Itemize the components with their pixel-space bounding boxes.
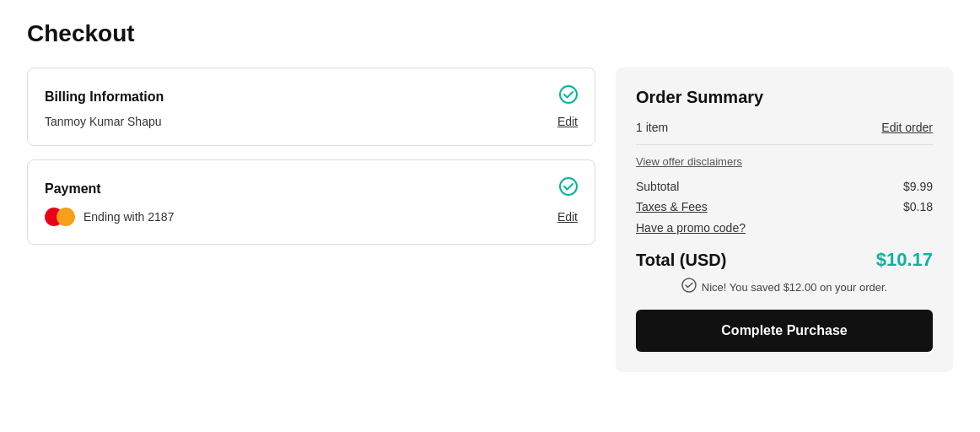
mc-right-circle <box>57 208 75 226</box>
billing-title: Billing Information <box>45 89 164 105</box>
svg-point-0 <box>560 86 577 103</box>
savings-icon <box>681 278 697 296</box>
subtotal-row: Subtotal $9.99 <box>636 180 933 193</box>
subtotal-label: Subtotal <box>636 180 679 193</box>
promo-code-link[interactable]: Have a promo code? <box>636 221 746 235</box>
item-count-row: 1 item Edit order <box>636 121 933 134</box>
order-summary-panel: Order Summary 1 item Edit order View off… <box>616 68 953 372</box>
payment-card-body: Ending with 2187 Edit <box>45 207 578 227</box>
item-count-label: 1 item <box>636 121 668 134</box>
page-title: Checkout <box>27 20 953 47</box>
billing-customer-name: Tanmoy Kumar Shapu <box>45 115 162 128</box>
savings-row: Nice! You saved $12.00 on your order. <box>636 278 933 296</box>
payment-card: Payment Ending with 2187 Edit <box>27 159 595 245</box>
billing-check-icon <box>559 85 578 108</box>
taxes-fees-row: Taxes & Fees $0.18 <box>636 200 933 213</box>
billing-card: Billing Information Tanmoy Kumar Shapu E… <box>27 68 595 146</box>
savings-message: Nice! You saved $12.00 on your order. <box>702 281 887 294</box>
billing-card-header: Billing Information <box>45 85 578 108</box>
promo-row: Have a promo code? <box>636 220 933 235</box>
total-row: Total (USD) $10.17 <box>636 249 933 271</box>
edit-order-link[interactable]: Edit order <box>881 121 933 134</box>
payment-row: Ending with 2187 <box>45 207 174 227</box>
svg-point-2 <box>682 278 696 292</box>
offer-disclaimers-link[interactable]: View offer disclaimers <box>636 155 933 168</box>
total-label: Total (USD) <box>636 251 726 270</box>
complete-purchase-button[interactable]: Complete Purchase <box>636 310 933 352</box>
billing-edit-link[interactable]: Edit <box>557 115 578 128</box>
svg-point-1 <box>560 178 577 195</box>
payment-card-info: Ending with 2187 <box>83 210 174 224</box>
checkout-layout: Billing Information Tanmoy Kumar Shapu E… <box>27 68 953 372</box>
payment-check-icon <box>559 177 578 200</box>
divider-1 <box>636 144 933 145</box>
payment-card-header: Payment <box>45 177 578 200</box>
payment-title: Payment <box>45 181 101 197</box>
subtotal-value: $9.99 <box>903 180 933 193</box>
total-value: $10.17 <box>876 249 933 271</box>
billing-card-body: Tanmoy Kumar Shapu Edit <box>45 115 578 128</box>
payment-edit-link[interactable]: Edit <box>557 210 578 224</box>
mastercard-icon <box>45 207 75 227</box>
taxes-fees-value: $0.18 <box>903 200 933 213</box>
taxes-fees-link[interactable]: Taxes & Fees <box>636 200 708 213</box>
left-column: Billing Information Tanmoy Kumar Shapu E… <box>27 68 595 245</box>
order-summary-title: Order Summary <box>636 88 933 107</box>
